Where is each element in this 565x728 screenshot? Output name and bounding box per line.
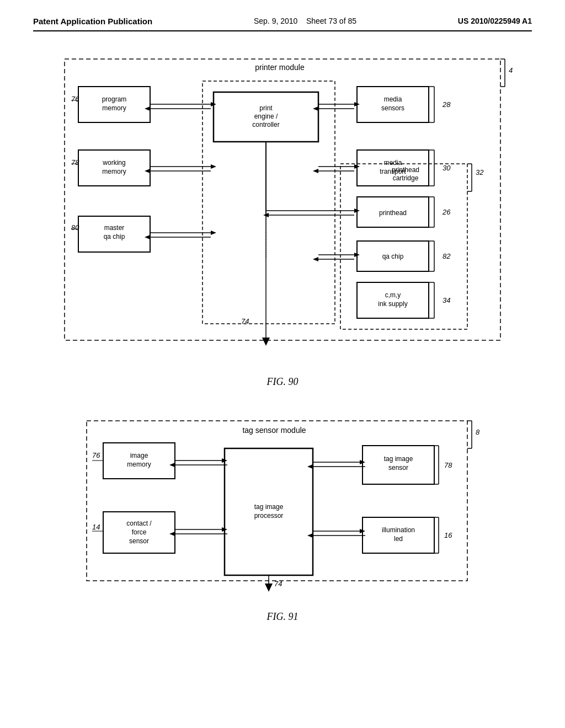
svg-marker-56 [145, 235, 150, 239]
publication-title: Patent Application Publication [33, 17, 152, 26]
figure-90-section: printer module 4 74 32 printhea [33, 53, 532, 388]
svg-marker-48 [145, 106, 150, 111]
tag-image-sensor-label: tag image [384, 455, 413, 463]
publication-date: Sep. 9, 2010 [254, 17, 297, 25]
ref-4: 4 [509, 66, 513, 74]
publication-number: US 2010/0225949 A1 [458, 17, 532, 25]
svg-marker-60 [313, 106, 318, 111]
printhead-label: printhead [379, 209, 407, 217]
ref-26: 26 [442, 208, 451, 216]
ref-78-fig90: 78 [71, 158, 79, 167]
svg-marker-50 [211, 164, 216, 169]
printer-module-label: printer module [255, 63, 305, 72]
svg-text:cartridge: cartridge [393, 174, 419, 182]
qa-chip-label: qa chip [382, 253, 404, 260]
svg-marker-74 [313, 257, 318, 261]
ref-76-fig91: 76 [92, 451, 100, 459]
figure-91-section: tag sensor module 8 image memory 76 cont… [33, 415, 532, 623]
svg-marker-118 [265, 584, 273, 592]
svg-marker-52 [145, 169, 150, 173]
svg-text:controller: controller [252, 121, 279, 129]
svg-text:led: led [394, 535, 403, 543]
svg-marker-116 [307, 533, 313, 538]
ref-76-fig90: 76 [71, 95, 79, 103]
contact-force-label: contact / [126, 520, 152, 527]
page: Patent Application Publication Sep. 9, 2… [0, 0, 565, 728]
ref-80: 80 [71, 223, 79, 232]
fig90-caption: FIG. 90 [267, 376, 299, 388]
ref-28: 28 [442, 100, 451, 109]
page-header: Patent Application Publication Sep. 9, 2… [33, 17, 532, 31]
svg-marker-77 [262, 338, 270, 346]
header-center: Sep. 9, 2010 Sheet 73 of 85 [254, 17, 356, 25]
svg-marker-64 [313, 169, 318, 173]
svg-marker-108 [169, 532, 175, 536]
svg-text:processor: processor [254, 512, 284, 520]
fig90-diagram: printer module 4 74 32 printhea [48, 53, 517, 368]
ref-14: 14 [92, 523, 100, 531]
svg-marker-54 [211, 231, 216, 235]
ref-32: 32 [476, 168, 484, 176]
ref-16: 16 [444, 531, 452, 539]
svg-text:memory: memory [102, 168, 126, 175]
image-memory-label: image [130, 452, 148, 459]
tag-sensor-module-label: tag sensor module [242, 426, 306, 435]
ref-8: 8 [476, 428, 480, 436]
svg-text:memory: memory [127, 461, 151, 468]
svg-rect-0 [65, 59, 500, 340]
sheet-info: Sheet 73 of 85 [306, 17, 356, 25]
master-qa-chip-label: master [104, 224, 125, 232]
program-memory-label: program [102, 95, 127, 103]
fig91-diagram: tag sensor module 8 image memory 76 cont… [76, 415, 489, 603]
ink-supply-label: c,m,y [385, 291, 401, 299]
svg-text:sensor: sensor [388, 464, 408, 472]
ref-34: 34 [443, 296, 450, 304]
ref-74-fig90: 74 [241, 317, 249, 325]
svg-text:engine /: engine / [254, 113, 278, 120]
ref-82: 82 [443, 252, 451, 260]
working-memory-label: working [102, 159, 125, 167]
print-engine-label: print [259, 104, 273, 112]
ref-30: 30 [443, 164, 451, 172]
svg-marker-112 [307, 464, 313, 469]
ref-78-fig91: 78 [444, 461, 452, 469]
svg-text:qa chip: qa chip [104, 233, 125, 240]
svg-rect-78 [87, 421, 467, 581]
svg-text:sensor: sensor [129, 537, 149, 545]
media-sensors-label: media [384, 95, 402, 103]
svg-marker-104 [169, 463, 175, 467]
svg-text:ink supply: ink supply [378, 300, 407, 308]
svg-text:sensors: sensors [381, 104, 404, 112]
tag-image-processor-label: tag image [254, 503, 284, 511]
ref-74-fig91: 74 [274, 580, 282, 588]
media-transport-label: media [384, 159, 402, 167]
svg-text:memory: memory [102, 104, 126, 112]
fig91-caption: FIG. 91 [267, 611, 299, 623]
illumination-led-label: illumination [382, 526, 415, 534]
figures-container: printer module 4 74 32 printhea [33, 53, 532, 623]
svg-text:force: force [132, 528, 147, 536]
svg-text:transport: transport [380, 168, 406, 175]
